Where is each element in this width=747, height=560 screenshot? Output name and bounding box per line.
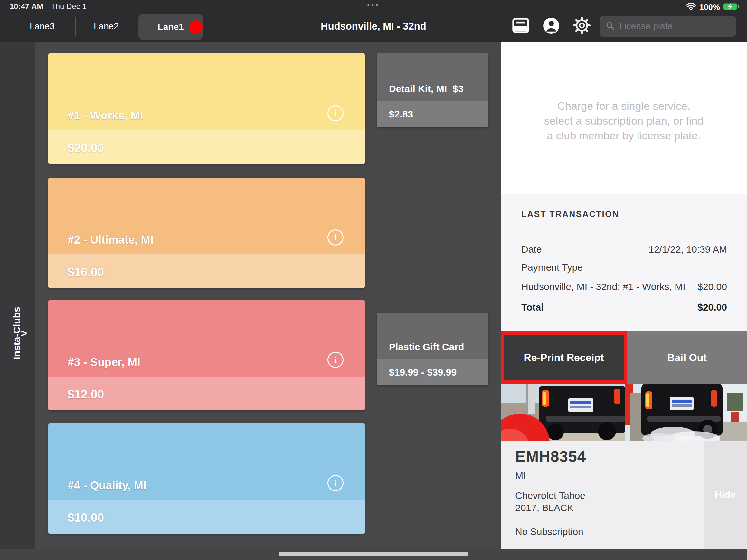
item-value: $20.00: [697, 281, 727, 292]
tab-lane2[interactable]: Lane2: [82, 21, 130, 31]
pos-app: 10:47 AM Thu Dec 1 ••• 100% L: [0, 0, 747, 560]
license-plate-input[interactable]: [619, 21, 726, 32]
horizontal-scrollbar[interactable]: [279, 552, 468, 557]
vehicle-trim: 2017, BLACK: [515, 502, 574, 513]
service-price: $20.00: [68, 141, 104, 155]
vehicle-plate: EMH8354: [515, 448, 586, 465]
total-label: Total: [521, 302, 543, 313]
product-price: $19.99 - $39.99: [377, 359, 488, 385]
bail-out-button[interactable]: Bail Out: [627, 331, 747, 384]
tab-lane3[interactable]: Lane3: [18, 21, 66, 31]
cash-drawer-button[interactable]: [511, 17, 530, 35]
product-name: Detail Kit, MI$3: [389, 83, 463, 94]
product-name: Plastic Gift Card: [389, 342, 470, 352]
vehicle-model: Chevrolet Tahoe: [515, 490, 585, 501]
product-header: Detail Kit, MI$3: [377, 53, 488, 101]
service-name: #1 - Works, MI: [68, 109, 143, 122]
gear-icon: [573, 17, 591, 36]
date-value: 12/1/22, 10:39 AM: [648, 244, 727, 255]
last-transaction-heading: LAST TRANSACTION: [521, 209, 619, 219]
service-card-works[interactable]: #1 - Works, MI i $20.00: [48, 53, 365, 164]
cash-drawer-icon: [512, 17, 530, 35]
info-icon[interactable]: i: [328, 475, 343, 491]
service-name: #3 - Super, MI: [68, 356, 140, 369]
chevron-right-icon: >: [21, 327, 27, 340]
service-price: $10.00: [68, 511, 104, 525]
vehicle-photo-left: [501, 384, 625, 441]
payment-label: Payment Type: [521, 262, 583, 273]
tab-lane1-label: Lane1: [158, 22, 184, 32]
service-card-super[interactable]: #3 - Super, MI i $12.00: [48, 300, 365, 410]
tab-divider: [75, 17, 76, 36]
info-icon[interactable]: i: [328, 105, 343, 121]
product-card-gift-card[interactable]: Plastic Gift Card $19.99 - $39.99: [377, 313, 488, 385]
empty-state-message: Charge for a single service, select a su…: [501, 99, 747, 143]
vehicle-photos: [501, 384, 747, 441]
last-transaction-section: LAST TRANSACTION Date 12/1/22, 10:39 AM …: [501, 194, 747, 331]
status-right-cluster: 100%: [686, 3, 739, 12]
vehicle-subscription: No Subscription: [515, 526, 584, 537]
transaction-total-row: Total $20.00: [521, 302, 727, 313]
lane1-status-dot: [189, 20, 203, 34]
vehicle-info-panel: Hide EMH8354 MI Chevrolet Tahoe 2017, BL…: [501, 441, 747, 549]
bottom-bar: [0, 549, 747, 560]
person-icon: [543, 17, 560, 36]
reprint-receipt-button[interactable]: Re-Print Receipt: [501, 331, 627, 384]
date-label: Date: [521, 244, 542, 255]
service-price: $12.00: [68, 388, 104, 401]
insta-clubs-sidebar[interactable]: Insta-Clubs >: [0, 42, 35, 549]
right-panel: Charge for a single service, select a su…: [501, 42, 747, 549]
location-title: Hudsonville, MI - 32nd: [309, 21, 438, 32]
service-name: #2 - Ultimate, MI: [68, 233, 153, 246]
product-header: Plastic Gift Card: [377, 313, 488, 359]
battery-charging-icon: [723, 3, 739, 12]
transaction-date-row: Date 12/1/22, 10:39 AM: [521, 244, 727, 255]
product-tag: $3: [453, 83, 463, 94]
product-price: $2.83: [377, 101, 488, 127]
service-card-quality[interactable]: #4 - Quality, MI i $10.00: [48, 423, 365, 534]
battery-percent: 100%: [699, 3, 720, 12]
license-plate-search[interactable]: [599, 16, 736, 37]
hide-button[interactable]: Hide: [703, 441, 747, 549]
service-price: $16.00: [68, 266, 104, 279]
wifi-icon: [686, 3, 696, 12]
service-card-ultimate[interactable]: #2 - Ultimate, MI i $16.00: [48, 178, 365, 288]
total-value: $20.00: [697, 302, 727, 313]
item-label: Hudsonville, MI - 32nd: #1 - Works, MI: [521, 281, 686, 292]
tab-lane1-active[interactable]: Lane1: [138, 14, 203, 40]
search-icon: [606, 22, 614, 31]
settings-button[interactable]: [572, 17, 591, 35]
info-icon[interactable]: i: [328, 230, 343, 245]
transaction-item-row: Hudsonville, MI - 32nd: #1 - Works, MI $…: [521, 281, 727, 292]
vehicle-state: MI: [515, 470, 526, 481]
payment-type-row: Payment Type: [521, 262, 727, 273]
product-card-detail-kit[interactable]: Detail Kit, MI$3 $2.83: [377, 53, 488, 127]
account-button[interactable]: [542, 17, 560, 35]
info-icon[interactable]: i: [328, 352, 343, 368]
vehicle-photo-right: [625, 384, 747, 441]
service-name: #4 - Quality, MI: [68, 479, 146, 492]
multitask-dots-icon: •••: [0, 1, 747, 10]
top-nav-bar: 10:47 AM Thu Dec 1 ••• 100% L: [0, 0, 747, 42]
